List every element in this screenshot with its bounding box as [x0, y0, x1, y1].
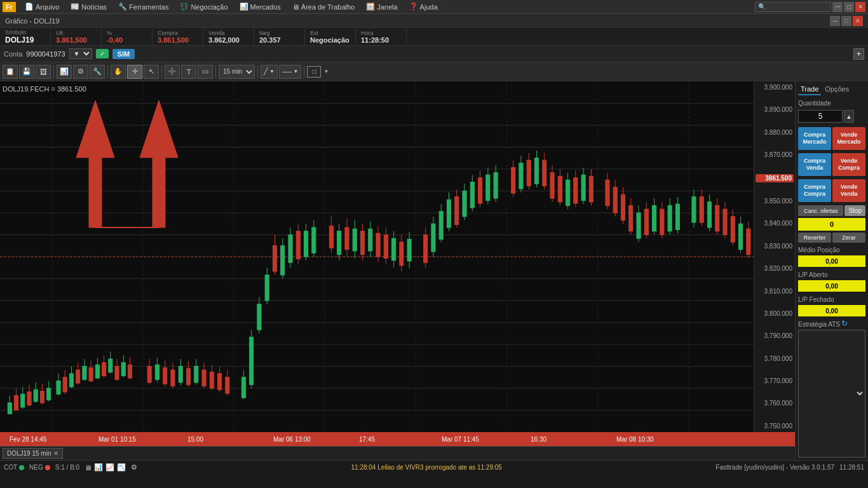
svg-rect-119: [369, 229, 372, 251]
close-button[interactable]: ✕: [855, 2, 865, 12]
rect-btn[interactable]: ▭: [198, 65, 213, 79]
quantity-up-btn[interactable]: ▲: [844, 110, 854, 123]
sell-sell-button[interactable]: VendeVenda: [832, 179, 865, 202]
price-3850: 3.850.000: [756, 198, 794, 205]
menu-arquivo[interactable]: 📄 Arquivo: [20, 1, 64, 12]
estrategia-refresh-button[interactable]: ↻: [841, 319, 848, 328]
menu-area-trabalho[interactable]: 🖥 Área de Trabalho: [287, 2, 360, 12]
account-bar: Conta 9900041973 ▼ ✓ SIM +: [0, 46, 868, 62]
sell-market-button[interactable]: VendeMercado: [832, 127, 865, 150]
buy-buy-button[interactable]: CompraCompra: [798, 179, 831, 202]
version-label: Fasttrade [yudiro/yudiro] - Versão 3.0.1…: [715, 464, 834, 471]
menu-janela[interactable]: 🪟 Janela: [361, 1, 402, 12]
window-close[interactable]: ✕: [853, 16, 863, 26]
svg-rect-123: [384, 235, 388, 259]
cot-label: COT: [4, 464, 17, 471]
menu-ferramentas[interactable]: 🔧 Ferramentas: [113, 1, 173, 12]
image-btn[interactable]: 🖼: [36, 65, 51, 79]
time-label-2: 15:00: [187, 436, 203, 443]
svg-rect-31: [14, 396, 18, 410]
tab-trade[interactable]: Trade: [798, 84, 821, 95]
lp-fechado-input[interactable]: [798, 305, 865, 316]
chart-area[interactable]: DOLJ19.FECH = 3861.500: [0, 81, 754, 432]
minimize-button[interactable]: ─: [832, 2, 843, 12]
dropdown-arrow[interactable]: ▼: [322, 69, 329, 74]
reverter-button[interactable]: Reverter: [798, 233, 831, 243]
neg-dot: [45, 465, 50, 470]
account-dropdown[interactable]: ▼: [69, 48, 92, 59]
candlestick-chart: [0, 81, 754, 432]
svg-rect-45: [63, 377, 67, 392]
time-label-6: 16:30: [531, 436, 546, 443]
svg-rect-33: [21, 394, 25, 407]
buy-market-button[interactable]: CompraMercado: [798, 127, 831, 150]
svg-rect-193: [692, 197, 696, 222]
tools-btn[interactable]: 🔧: [90, 65, 105, 79]
svg-rect-43: [57, 381, 60, 395]
add-symbol-button[interactable]: +: [853, 48, 864, 60]
confirm-button[interactable]: ✓: [96, 49, 109, 58]
negociacao-icon: 💱: [180, 3, 189, 11]
timeframe-select[interactable]: 15 min 1 min 5 min 30 min 60 min Diário: [219, 65, 255, 79]
crosshair2-btn[interactable]: ➕: [165, 65, 180, 79]
svg-rect-147: [486, 175, 490, 200]
svg-rect-165: [566, 180, 570, 205]
hand-tool-btn[interactable]: ✋: [111, 65, 126, 79]
sim-button[interactable]: SIM: [112, 49, 135, 59]
sell-buy-button[interactable]: VendeCompra: [832, 153, 865, 176]
cancel-offers-button[interactable]: Canc. ofertas: [798, 205, 843, 216]
lp-aberto-input[interactable]: [798, 280, 865, 292]
menu-mercados[interactable]: 📊 Mercados: [234, 1, 286, 12]
status-bar: COT NEG S:1 / B:0 🖥 📊 📈 📉 ⚙ 11:28:04 Lei…: [0, 460, 868, 474]
chart-with-axis: DOLJ19.FECH = 3861.500: [0, 81, 795, 432]
overlay-btn[interactable]: □: [307, 66, 321, 78]
save-btn[interactable]: 💾: [19, 65, 34, 79]
svg-rect-145: [478, 178, 482, 203]
tab-opcoes[interactable]: Opções: [822, 84, 851, 95]
line-width-btn[interactable]: ── ▼: [279, 65, 302, 79]
buy-sell-button[interactable]: CompraVenda: [798, 153, 831, 176]
svg-rect-93: [257, 304, 261, 330]
chart-tab-close[interactable]: ✕: [53, 450, 58, 457]
medio-posicao-input[interactable]: [798, 255, 865, 267]
window-restore[interactable]: □: [841, 16, 851, 26]
bar-chart-btn[interactable]: 📊: [57, 65, 72, 79]
stop-button[interactable]: Stop: [844, 205, 865, 216]
arrow-btn[interactable]: ↖: [144, 65, 159, 79]
crosshair-btn[interactable]: ✛: [127, 65, 142, 79]
svg-rect-103: [296, 231, 300, 259]
line-style-btn[interactable]: ╱ ▼: [261, 65, 278, 79]
window-minimize[interactable]: ─: [830, 16, 840, 26]
taskbar-icons: 🖥 📊 📈 📉: [85, 463, 126, 471]
menu-negociacao[interactable]: 💱 Negociação: [175, 1, 233, 12]
symbol-bar: Símbolo DOLJ19 Ult. 3.861,500 % -0,40 Co…: [0, 28, 868, 46]
logo: Fr: [3, 2, 16, 12]
mercados-icon: 📊: [240, 3, 248, 11]
settings-btn[interactable]: ⚙: [73, 65, 88, 79]
time-label-1: Mar 01 10:15: [98, 436, 136, 443]
svg-rect-199: [715, 206, 719, 231]
maximize-button[interactable]: □: [844, 2, 854, 12]
quantity-input[interactable]: [798, 110, 843, 123]
svg-rect-49: [76, 370, 80, 383]
svg-rect-65: [128, 365, 132, 378]
estrategia-select[interactable]: [798, 330, 865, 458]
search-box[interactable]: 🔍: [755, 2, 831, 12]
price-axis: 3.900.000 3.890.000 3.880.000 3.870.000 …: [754, 81, 795, 432]
text-btn[interactable]: T: [181, 65, 196, 79]
rev-zer-row: Reverter Zerar: [798, 233, 865, 243]
menu-noticias[interactable]: 📰 Notícias: [65, 1, 112, 12]
quantity-label: Quantidade: [798, 100, 865, 107]
neg-col: Neg 20.357: [254, 28, 305, 45]
svg-rect-57: [102, 363, 106, 376]
svg-rect-69: [155, 365, 159, 379]
menu-ajuda[interactable]: ❓ Ajuda: [404, 1, 443, 12]
zerar-button[interactable]: Zerar: [832, 233, 865, 243]
svg-rect-137: [447, 200, 451, 227]
new-chart-btn[interactable]: 📋: [3, 65, 18, 79]
chart-tab-dolj19[interactable]: DOLJ19 15 min ✕: [3, 448, 63, 459]
position-input[interactable]: [798, 218, 865, 231]
svg-rect-59: [109, 359, 112, 372]
svg-rect-163: [558, 177, 562, 202]
svg-rect-201: [723, 209, 727, 234]
